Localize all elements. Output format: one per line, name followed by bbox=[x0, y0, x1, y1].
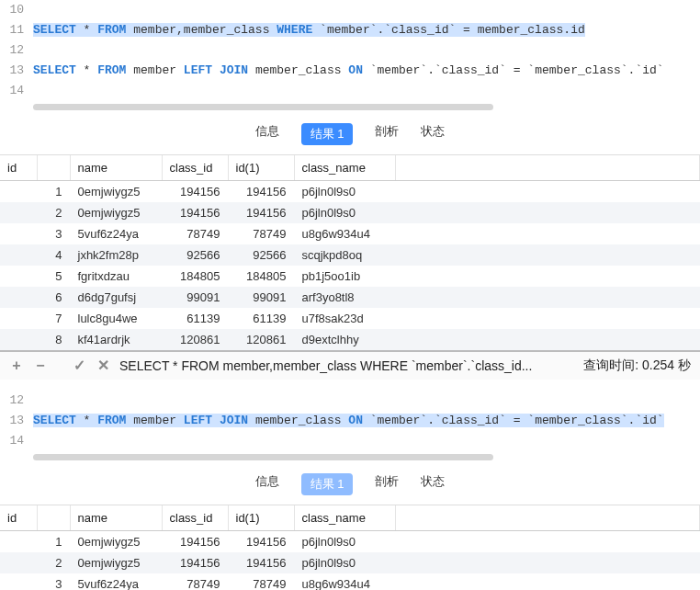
cell-class-name: p6jln0l9s0 bbox=[294, 531, 395, 553]
cell-id1: 194156 bbox=[228, 181, 294, 203]
code-line[interactable] bbox=[33, 391, 700, 411]
line-number: 10 bbox=[0, 0, 33, 20]
cell-id1: 194156 bbox=[228, 531, 294, 553]
add-row-icon[interactable]: + bbox=[9, 358, 24, 373]
line-number: 13 bbox=[0, 61, 33, 81]
tab-result[interactable]: 结果 1 bbox=[301, 473, 354, 495]
code-line[interactable] bbox=[33, 431, 700, 451]
table-row[interactable]: 35vuf6z24ya7874978749u8g6w934u4 bbox=[0, 573, 700, 590]
column-header[interactable]: class_name bbox=[294, 155, 395, 181]
result-grid[interactable]: idnameclass_idid(1)class_name 10emjwiygz… bbox=[0, 505, 700, 590]
cell-class-id: 92566 bbox=[162, 244, 228, 266]
column-header[interactable] bbox=[37, 155, 70, 181]
cell-index: 6 bbox=[37, 287, 70, 308]
table-row[interactable]: 8kf41ardrjk120861120861d9extclhhy bbox=[0, 329, 700, 350]
code-line[interactable] bbox=[33, 81, 700, 101]
cell-index: 2 bbox=[37, 202, 70, 223]
tab-status[interactable]: 状态 bbox=[421, 473, 445, 495]
column-header[interactable]: name bbox=[70, 505, 162, 531]
sql-editor[interactable]: 1011SELECT * FROM member,member_class WH… bbox=[0, 0, 700, 103]
cell-name: 0emjwiygz5 bbox=[70, 202, 162, 223]
cell-id1: 78749 bbox=[228, 223, 294, 244]
table-row[interactable]: 10emjwiygz5194156194156p6jln0l9s0 bbox=[0, 181, 700, 203]
status-sql: SELECT * FROM member,member_class WHERE … bbox=[119, 358, 574, 373]
line-number: 12 bbox=[0, 40, 33, 61]
result-tabs: 信息 结果 1 剖析 状态 bbox=[0, 116, 700, 155]
column-header[interactable]: id(1) bbox=[228, 155, 294, 181]
line-number: 12 bbox=[0, 391, 33, 411]
cell-class-name: pb1j5oo1ib bbox=[294, 266, 395, 287]
line-number: 11 bbox=[0, 20, 33, 40]
cell-id1: 78749 bbox=[228, 573, 294, 590]
column-header[interactable]: id bbox=[0, 505, 37, 531]
remove-row-icon[interactable]: − bbox=[33, 358, 48, 373]
query-time: 查询时间: 0.254 秒 bbox=[583, 357, 691, 374]
code-line[interactable] bbox=[33, 40, 700, 61]
column-header[interactable]: class_name bbox=[294, 505, 395, 531]
code-line[interactable]: SELECT * FROM member,member_class WHERE … bbox=[33, 20, 700, 40]
code-line[interactable] bbox=[33, 0, 700, 20]
table-row[interactable]: 35vuf6z24ya7874978749u8g6w934u4 bbox=[0, 223, 700, 244]
cell-class-name: u8g6w934u4 bbox=[294, 223, 395, 244]
column-header[interactable]: id(1) bbox=[228, 505, 294, 531]
cell-class-id: 194156 bbox=[162, 181, 228, 203]
cell-class-name: p6jln0l9s0 bbox=[294, 552, 395, 573]
cell-id1: 194156 bbox=[228, 202, 294, 223]
editor-h-scroll[interactable] bbox=[33, 103, 691, 112]
column-header[interactable]: id bbox=[0, 155, 37, 181]
cell-index: 4 bbox=[37, 244, 70, 266]
line-number: 14 bbox=[0, 431, 33, 451]
cell-class-name: u7f8sak23d bbox=[294, 308, 395, 329]
tab-profile[interactable]: 剖析 bbox=[375, 123, 399, 145]
column-header[interactable] bbox=[37, 505, 70, 531]
cell-class-name: scqjkpd8oq bbox=[294, 244, 395, 266]
cell-class-id: 184805 bbox=[162, 266, 228, 287]
table-row[interactable]: 20emjwiygz5194156194156p6jln0l9s0 bbox=[0, 202, 700, 223]
cell-id1: 92566 bbox=[228, 244, 294, 266]
table-row[interactable]: 20emjwiygz5194156194156p6jln0l9s0 bbox=[0, 552, 700, 573]
sql-editor[interactable]: 1213SELECT * FROM member LEFT JOIN membe… bbox=[0, 391, 700, 453]
apply-icon[interactable]: ✓ bbox=[72, 358, 86, 373]
table-row[interactable]: 10emjwiygz5194156194156p6jln0l9s0 bbox=[0, 531, 700, 553]
column-header[interactable]: class_id bbox=[162, 505, 228, 531]
cell-name: jxhk2fm28p bbox=[70, 244, 162, 266]
cell-index: 2 bbox=[37, 552, 70, 573]
result-grid[interactable]: idnameclass_idid(1)class_name 10emjwiygz… bbox=[0, 155, 700, 350]
cell-class-name: p6jln0l9s0 bbox=[294, 202, 395, 223]
line-number: 14 bbox=[0, 81, 33, 101]
cell-class-id: 99091 bbox=[162, 287, 228, 308]
code-line[interactable]: SELECT * FROM member LEFT JOIN member_cl… bbox=[33, 61, 700, 81]
cell-class-id: 194156 bbox=[162, 202, 228, 223]
cell-name: kf41ardrjk bbox=[70, 329, 162, 350]
table-row[interactable]: 5fgritxdzau184805184805pb1j5oo1ib bbox=[0, 266, 700, 287]
cell-class-name: d9extclhhy bbox=[294, 329, 395, 350]
cell-index: 5 bbox=[37, 266, 70, 287]
editor-h-scroll[interactable] bbox=[33, 453, 691, 462]
line-number: 13 bbox=[0, 411, 33, 431]
tab-status[interactable]: 状态 bbox=[421, 123, 445, 145]
cell-class-id: 78749 bbox=[162, 573, 228, 590]
column-header[interactable]: class_id bbox=[162, 155, 228, 181]
tab-info[interactable]: 信息 bbox=[255, 123, 279, 145]
table-row[interactable]: 6d6dg7gufsj9909199091arf3yo8tl8 bbox=[0, 287, 700, 308]
tab-profile[interactable]: 剖析 bbox=[375, 473, 399, 495]
cell-id1: 194156 bbox=[228, 552, 294, 573]
cell-class-name: p6jln0l9s0 bbox=[294, 181, 395, 203]
cancel-icon[interactable]: ✕ bbox=[96, 358, 110, 373]
table-row[interactable]: 4jxhk2fm28p9256692566scqjkpd8oq bbox=[0, 244, 700, 266]
tab-info[interactable]: 信息 bbox=[255, 473, 279, 495]
tab-result[interactable]: 结果 1 bbox=[301, 123, 354, 145]
cell-id1: 61139 bbox=[228, 308, 294, 329]
code-line[interactable]: SELECT * FROM member LEFT JOIN member_cl… bbox=[33, 411, 700, 431]
cell-index: 8 bbox=[37, 329, 70, 350]
cell-id1: 184805 bbox=[228, 266, 294, 287]
table-row[interactable]: 7lulc8gu4we6113961139u7f8sak23d bbox=[0, 308, 700, 329]
cell-name: fgritxdzau bbox=[70, 266, 162, 287]
cell-name: 5vuf6z24ya bbox=[70, 573, 162, 590]
cell-index: 1 bbox=[37, 531, 70, 553]
panel-bottom: 1213SELECT * FROM member LEFT JOIN membe… bbox=[0, 391, 700, 590]
column-header[interactable]: name bbox=[70, 155, 162, 181]
panel-top: 1011SELECT * FROM member,member_class WH… bbox=[0, 0, 700, 380]
cell-index: 3 bbox=[37, 573, 70, 590]
cell-class-id: 194156 bbox=[162, 552, 228, 573]
